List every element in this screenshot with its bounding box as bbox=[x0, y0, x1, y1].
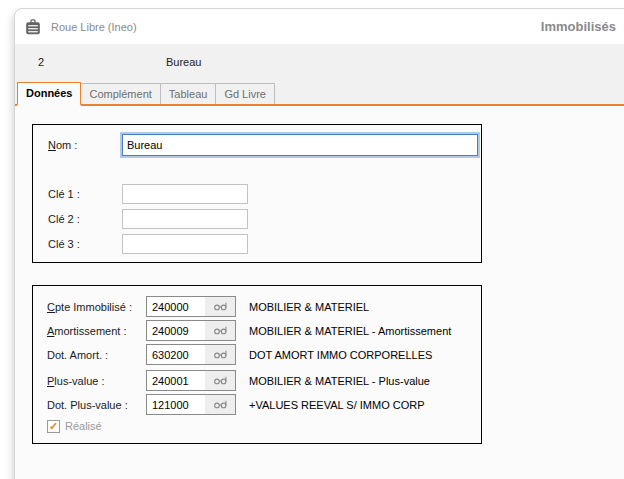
cpte-immobilise-description: MOBILIER & MATERIEL bbox=[249, 301, 369, 313]
account-row-amortissement: Amortissement : MOBILIER & MATERIEL - Am… bbox=[47, 320, 451, 341]
account-row-plus-value: Plus-value : MOBILIER & MATERIEL - Plus-… bbox=[47, 370, 430, 391]
tab-complement[interactable]: Complément bbox=[81, 83, 160, 104]
binoculars-icon bbox=[214, 400, 227, 409]
cle1-label: Clé 1 : bbox=[48, 188, 122, 200]
page-title: Immobilisés bbox=[541, 19, 616, 34]
app-title: Roue Libre (Ineo) bbox=[51, 21, 137, 33]
cle2-input[interactable] bbox=[122, 209, 248, 229]
binoculars-icon bbox=[214, 350, 227, 359]
amortissement-label: Amortissement : bbox=[47, 325, 146, 337]
plus-value-label: Plus-value : bbox=[47, 375, 146, 387]
binoculars-icon bbox=[214, 326, 227, 335]
cle3-input[interactable] bbox=[122, 234, 248, 254]
tab-tableau[interactable]: Tableau bbox=[161, 83, 217, 104]
cpte-immobilise-label: Cpte Immobilisé : bbox=[47, 301, 146, 313]
dot-plus-value-lookup-button[interactable] bbox=[205, 395, 235, 414]
cle1-input[interactable] bbox=[122, 184, 248, 204]
accounts-groupbox: Cpte Immobilisé : MOBILIER & MATERIEL Am… bbox=[32, 285, 482, 444]
dot-amort-input[interactable] bbox=[147, 345, 205, 364]
plus-value-lookup-button[interactable] bbox=[205, 371, 235, 390]
tab-strip: Données Complément Tableau Gd Livre bbox=[15, 82, 624, 106]
account-row-dot-plus-value: Dot. Plus-value : +VALUES REEVAL S/ IMMO… bbox=[47, 394, 425, 415]
cabinet-icon bbox=[25, 19, 41, 35]
dot-amort-description: DOT AMORT IMMO CORPORELLES bbox=[249, 349, 432, 361]
account-row-cpte-immobilise: Cpte Immobilisé : MOBILIER & MATERIEL bbox=[47, 296, 369, 317]
title-bar: Roue Libre (Ineo) Immobilisés bbox=[15, 9, 624, 44]
account-row-dot-amort: Dot. Amort. : DOT AMORT IMMO CORPORELLES bbox=[47, 344, 432, 365]
binoculars-icon bbox=[214, 302, 227, 311]
realise-checkbox[interactable]: ✓ bbox=[47, 420, 60, 433]
realise-row: ✓ Réalisé bbox=[47, 417, 102, 435]
dot-plus-value-description: +VALUES REEVAL S/ IMMO CORP bbox=[249, 399, 425, 411]
plus-value-input[interactable] bbox=[147, 371, 205, 390]
cle3-label: Clé 3 : bbox=[48, 238, 122, 250]
nom-label: Nom : bbox=[48, 139, 122, 151]
cle2-label: Clé 2 : bbox=[48, 213, 122, 225]
identity-groupbox: Nom : Clé 1 : Clé 2 : Clé 3 : bbox=[32, 124, 482, 263]
realise-label: Réalisé bbox=[65, 420, 102, 432]
dot-amort-label: Dot. Amort. : bbox=[47, 349, 146, 361]
tab-donnees[interactable]: Données bbox=[17, 82, 81, 106]
amortissement-lookup-button[interactable] bbox=[205, 321, 235, 340]
dot-amort-lookup-button[interactable] bbox=[205, 345, 235, 364]
dot-plus-value-label: Dot. Plus-value : bbox=[47, 399, 146, 411]
donnees-panel: Nom : Clé 1 : Clé 2 : Clé 3 : Cpte Immob… bbox=[15, 106, 624, 479]
cpte-immobilise-lookup-button[interactable] bbox=[205, 297, 235, 316]
tab-gd-livre[interactable]: Gd Livre bbox=[216, 83, 275, 104]
plus-value-description: MOBILIER & MATERIEL - Plus-value bbox=[249, 375, 430, 387]
record-id: 2 bbox=[38, 56, 44, 68]
dot-plus-value-input[interactable] bbox=[147, 395, 205, 414]
immobilises-window: Roue Libre (Ineo) Immobilisés 2 Bureau D… bbox=[14, 8, 624, 479]
record-header: 2 Bureau bbox=[15, 44, 624, 82]
nom-input[interactable] bbox=[122, 134, 478, 156]
amortissement-description: MOBILIER & MATERIEL - Amortissement bbox=[249, 325, 451, 337]
cpte-immobilise-input[interactable] bbox=[147, 297, 205, 316]
binoculars-icon bbox=[214, 376, 227, 385]
record-name: Bureau bbox=[166, 56, 201, 68]
amortissement-input[interactable] bbox=[147, 321, 205, 340]
